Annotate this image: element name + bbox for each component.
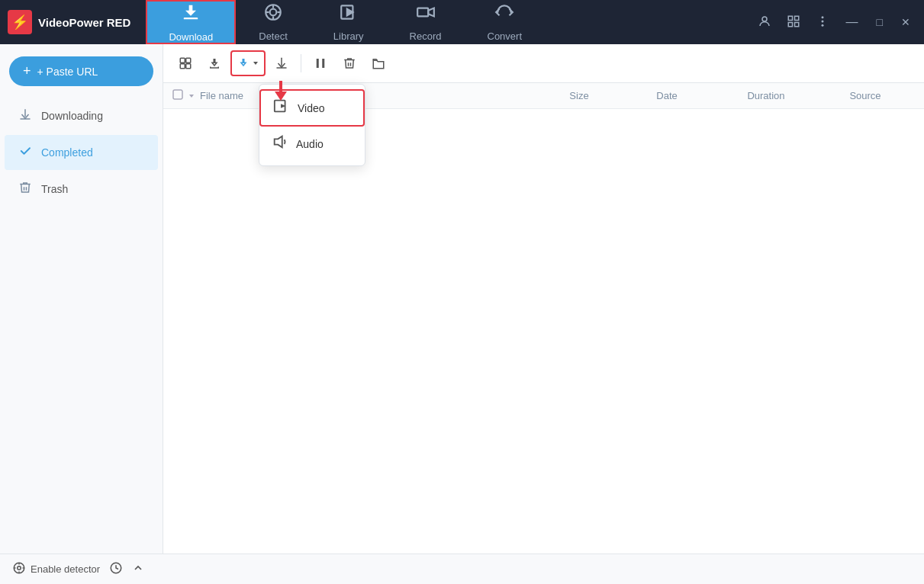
svg-rect-20 — [186, 58, 191, 63]
content-area: Video Audio — [163, 44, 924, 554]
tab-detect-label: Detect — [259, 30, 288, 42]
chevron-up-icon — [132, 562, 144, 577]
app-title: VideoPower RED — [38, 16, 130, 29]
toolbar: Video Audio — [163, 44, 924, 83]
svg-rect-14 — [788, 22, 792, 26]
sidebar-item-trash[interactable]: Trash — [5, 172, 158, 207]
app-logo-icon: ⚡ — [8, 10, 32, 34]
downloading-icon — [18, 107, 32, 124]
plus-icon: + — [23, 63, 31, 79]
completed-icon — [18, 144, 32, 161]
svg-rect-0 — [184, 18, 198, 19]
bottombar: Enable detector — [0, 554, 924, 584]
svg-marker-29 — [275, 136, 282, 148]
svg-point-2 — [270, 9, 277, 16]
library-nav-icon — [339, 2, 359, 27]
completed-label: Completed — [41, 146, 93, 159]
th-date: Date — [617, 90, 716, 101]
nav-tabs: Download Detect — [146, 0, 752, 44]
dropdown-audio-item[interactable]: Audio — [259, 127, 365, 161]
maximize-button[interactable]: □ — [871, 13, 889, 31]
tab-download[interactable]: Download — [146, 0, 236, 44]
svg-marker-31 — [189, 95, 194, 98]
svg-rect-15 — [794, 22, 798, 26]
chevron-up-button[interactable] — [132, 562, 144, 577]
th-check[interactable] — [172, 89, 200, 102]
th-duration: Duration — [716, 90, 816, 101]
toolbar-separator-1 — [301, 54, 301, 72]
svg-rect-13 — [794, 16, 798, 20]
titlebar: ⚡ VideoPower RED Download — [0, 0, 924, 44]
detector-circle-icon — [12, 561, 26, 578]
trash-icon — [18, 181, 32, 197]
grid-icon[interactable] — [782, 11, 805, 34]
delete-button[interactable] — [336, 50, 362, 76]
th-filename: File name — [200, 90, 541, 101]
enable-detector-button[interactable]: Enable detector — [12, 561, 100, 578]
th-size: Size — [541, 90, 617, 101]
tab-download-label: Download — [169, 31, 213, 43]
clock-button[interactable] — [109, 561, 123, 578]
svg-point-16 — [821, 16, 823, 18]
svg-rect-22 — [186, 64, 191, 69]
paste-url-label: + Paste URL — [37, 66, 98, 78]
th-source: Source — [816, 90, 915, 101]
svg-rect-12 — [788, 16, 792, 20]
tab-record[interactable]: Record — [387, 0, 465, 44]
downloading-label: Downloading — [41, 110, 103, 122]
detect-nav-icon — [263, 2, 283, 27]
svg-point-37 — [18, 566, 21, 570]
tab-convert-label: Convert — [488, 30, 523, 42]
video-dropdown-label: Video — [298, 102, 325, 114]
audio-dropdown-label: Audio — [296, 138, 324, 150]
tab-detect[interactable]: Detect — [236, 0, 311, 44]
svg-point-11 — [762, 17, 767, 21]
tab-convert[interactable]: Convert — [465, 0, 546, 44]
video-dropdown-icon — [273, 98, 290, 118]
arrow-head — [275, 91, 287, 101]
arrow-indicator — [275, 81, 287, 101]
close-button[interactable]: ✕ — [895, 13, 916, 31]
open-folder-button[interactable] — [365, 50, 391, 76]
convert-nav-icon — [494, 2, 514, 27]
sidebar: + + Paste URL Downloading Completed — [0, 44, 163, 554]
pause-button[interactable] — [307, 50, 333, 76]
arrow-shaft — [279, 81, 282, 91]
audio-dropdown-icon — [272, 133, 288, 154]
svg-marker-24 — [253, 62, 258, 65]
svg-marker-8 — [347, 9, 353, 16]
record-nav-icon — [416, 2, 436, 27]
app-logo: ⚡ VideoPower RED — [8, 10, 130, 34]
tab-library-label: Library — [333, 30, 364, 42]
download-action-button[interactable] — [269, 50, 295, 76]
user-icon[interactable] — [753, 11, 776, 34]
tab-library[interactable]: Library — [311, 0, 387, 44]
add-dropdown-button[interactable] — [230, 50, 266, 76]
window-controls: — □ ✕ — [753, 11, 916, 34]
paste-url-button[interactable]: + + Paste URL — [9, 56, 153, 86]
svg-rect-21 — [180, 64, 185, 69]
clock-icon — [109, 561, 123, 578]
download-folder-button[interactable] — [201, 50, 227, 76]
svg-marker-10 — [428, 8, 434, 17]
tab-record-label: Record — [410, 30, 442, 42]
svg-rect-26 — [322, 59, 324, 68]
svg-point-18 — [821, 24, 823, 26]
main-area: + + Paste URL Downloading Completed — [0, 44, 924, 554]
enable-detector-label: Enable detector — [31, 563, 100, 575]
minimize-button[interactable]: — — [840, 12, 864, 32]
download-nav-icon — [180, 2, 201, 27]
svg-rect-25 — [317, 59, 319, 68]
upload-button[interactable] — [172, 50, 198, 76]
svg-rect-9 — [417, 8, 428, 17]
sidebar-item-downloading[interactable]: Downloading — [5, 98, 158, 133]
svg-rect-19 — [180, 58, 185, 63]
trash-label: Trash — [41, 183, 68, 195]
svg-rect-30 — [173, 90, 182, 99]
svg-point-17 — [821, 20, 823, 22]
more-icon[interactable] — [811, 11, 834, 34]
sidebar-item-completed[interactable]: Completed — [5, 135, 158, 170]
